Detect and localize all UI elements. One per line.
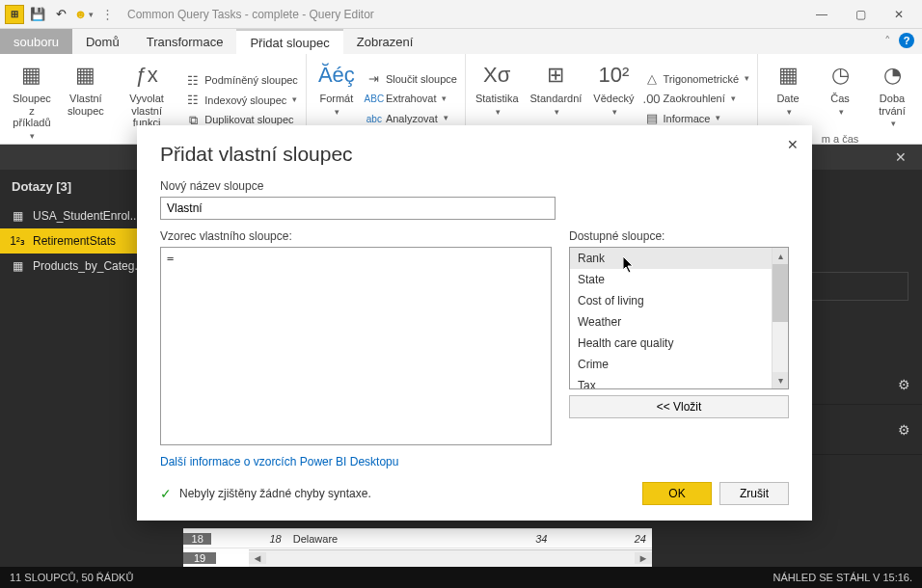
extract-icon: ABC [366,92,382,107]
vertical-scrollbar[interactable]: ▴ ▾ [772,248,788,388]
formula-label: Vzorec vlastního sloupce: [160,229,552,243]
trig-icon: △ [644,71,660,87]
formula-input[interactable] [160,247,552,445]
extract-button[interactable]: ABCExtrahovat▾ [365,90,459,108]
insert-button[interactable]: << Vložit [569,395,789,418]
ten-icon: 10² [598,60,629,91]
rounding-button[interactable]: .00Zaokrouhlení▾ [642,90,751,108]
parse-icon: abc [366,111,382,126]
tab-add-column[interactable]: Přidat sloupec [236,29,342,54]
table-fx-icon: ▦ [70,60,101,91]
column-from-examples-button[interactable]: ▦Sloupec z příkladů▾ [6,58,58,143]
merge-icon: ⇥ [366,71,382,87]
data-grid: 18 18 Delaware 34 24 19 ◄ ► [183,528,652,567]
table-icon: ▦ [10,209,25,223]
table-star-icon: ▦ [16,60,47,91]
list-item[interactable]: Cost of living [570,290,788,311]
calc-icon: ⊞ [540,60,571,91]
gear-icon[interactable]: ⚙ [898,422,910,438]
cancel-button[interactable]: Zrušit [719,482,789,505]
conditional-column-button[interactable]: ☷Podmíněný sloupec [183,71,300,90]
add-custom-column-dialog: ✕ Přidat vlastní sloupec Nový název slou… [137,125,812,521]
app-icon: ⊞ [4,4,25,25]
fx-icon: ƒx [131,60,162,91]
horizontal-scrollbar[interactable]: ◄ ► [249,549,652,567]
number-icon: 1²₃ [10,234,25,248]
info-icon: ▤ [644,111,660,126]
list-item[interactable]: Health care quality [570,333,788,354]
tab-view[interactable]: Zobrazení [343,29,427,54]
tab-transform[interactable]: Transformace [133,29,237,54]
dialog-close-icon[interactable]: ✕ [787,137,799,152]
dialog-title: Přidat vlastní sloupec [160,143,789,166]
window-title: Common Query Tasks - complete - Query Ed… [118,8,802,21]
scroll-down-icon[interactable]: ▾ [773,372,788,388]
cond-icon: ☷ [185,73,201,89]
duration-button[interactable]: ◔Doba trvání▾ [868,58,916,131]
scroll-up-icon[interactable]: ▴ [773,248,788,264]
date-button[interactable]: ▦Date▾ [764,58,812,131]
time-button[interactable]: ◷Čas▾ [816,58,864,131]
round-icon: .00 [644,92,660,107]
ok-button[interactable]: OK [642,482,712,505]
name-label: Nový název sloupce [160,179,789,193]
collapse-ribbon-icon[interactable]: ˄ [884,34,891,48]
maximize-button[interactable]: ▢ [841,0,880,29]
syntax-status: Nebyly zjištěny žádné chyby syntaxe. [179,487,371,500]
query-label: Products_by_Categ... [33,259,144,273]
calendar-icon: ▦ [773,60,803,91]
scroll-right-icon[interactable]: ► [635,552,652,564]
minimize-button[interactable]: — [802,0,841,29]
index-column-button[interactable]: ☷Indexový sloupec▾ [183,92,300,110]
help-icon[interactable]: ? [899,33,914,48]
status-bar: 11 SLOUPCŮ, 50 ŘÁDKŮ NÁHLED SE STÁHL V 1… [0,567,922,588]
list-item[interactable]: Weather [570,311,788,333]
custom-column-button[interactable]: ▦Vlastní sloupec [62,58,110,143]
status-left: 11 SLOUPCŮ, 50 ŘÁDKŮ [10,572,133,583]
close-panel-icon[interactable]: ✕ [885,149,916,165]
sigma-icon: Χσ [481,60,512,91]
tab-home[interactable]: Domů [72,29,133,54]
qat-dropdown[interactable]: ⋮ [96,4,118,25]
save-icon[interactable]: 💾 [27,4,48,25]
status-right: NÁHLED SE STÁHL V 15:16. [773,572,913,583]
scroll-left-icon[interactable]: ◄ [249,552,266,564]
available-columns-list[interactable]: Rank State Cost of living Weather Health… [569,247,789,389]
titlebar: ⊞ 💾 ↶ ☻ ▾ ⋮ Common Query Tasks - complet… [0,0,922,29]
available-columns-label: Dostupné sloupce: [569,229,789,243]
query-label: RetirementStats [33,234,116,248]
merge-columns-button[interactable]: ⇥Sloučit sloupce [365,70,459,89]
trig-button[interactable]: △Trigonometrické▾ [642,70,751,89]
learn-more-link[interactable]: Další informace o vzorcích Power BI Desk… [160,455,552,468]
list-item[interactable]: State [570,269,788,290]
stopwatch-icon: ◔ [877,60,908,91]
list-item[interactable]: Crime [570,354,788,375]
table-row[interactable]: 18 18 Delaware 34 24 [183,528,652,548]
table-row[interactable]: 19 ◄ ► [183,548,652,567]
index-icon: ☷ [185,93,201,108]
gear-icon[interactable]: ⚙ [898,377,910,392]
query-label: USA_StudentEnrol... [33,209,140,223]
face-icon[interactable]: ☻ ▾ [73,4,95,25]
list-item[interactable]: Tax [570,375,788,389]
format-icon: Ăéç [321,60,352,91]
column-name-input[interactable] [160,197,556,220]
ribbon-tabs: souboru Domů Transformace Přidat sloupec… [0,29,922,54]
list-item[interactable]: Rank [570,248,788,269]
table-icon: ▦ [10,259,25,273]
close-button[interactable]: ✕ [880,0,918,29]
tab-file[interactable]: souboru [0,29,72,54]
undo-icon[interactable]: ↶ [50,4,71,25]
check-icon: ✓ [160,486,172,501]
clock-icon: ◷ [825,60,855,91]
